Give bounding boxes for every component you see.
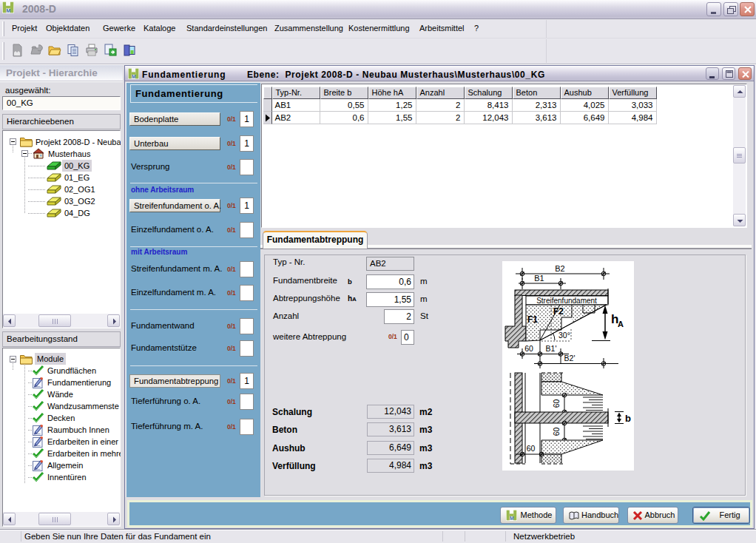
- svg-text:B2: B2: [555, 264, 564, 273]
- svg-text:B1: B1: [534, 274, 544, 283]
- svg-text:30°: 30°: [558, 331, 570, 340]
- svg-text:Streifenfundament: Streifenfundament: [536, 297, 597, 305]
- svg-text:60: 60: [527, 444, 536, 453]
- svg-text:B2': B2': [564, 354, 576, 362]
- svg-text:A: A: [618, 320, 624, 328]
- svg-text:M: M: [510, 516, 514, 521]
- svg-text:b: b: [625, 413, 631, 424]
- svg-text:F1: F1: [527, 314, 538, 325]
- svg-text:B1': B1': [546, 344, 557, 353]
- svg-text:60: 60: [552, 399, 561, 408]
- svg-text:M: M: [6, 7, 10, 13]
- svg-text:60: 60: [552, 428, 561, 436]
- svg-text:M: M: [132, 74, 136, 79]
- svg-text:60: 60: [524, 344, 533, 353]
- svg-text:F2: F2: [553, 306, 564, 317]
